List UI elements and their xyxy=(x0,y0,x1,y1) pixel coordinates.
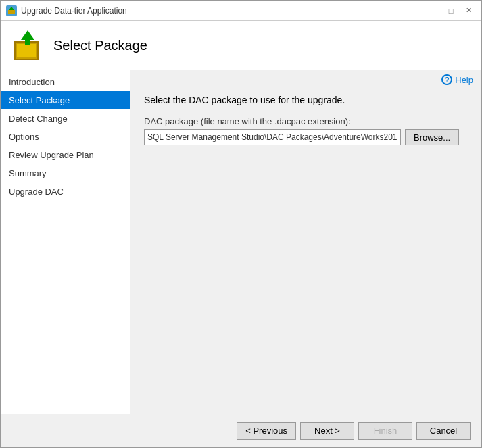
svg-rect-0 xyxy=(8,10,15,14)
sidebar-item-detect-change[interactable]: Detect Change xyxy=(1,109,130,128)
title-bar: Upgrade Data-tier Application − □ ✕ xyxy=(1,1,481,21)
dac-package-label: DAC package (file name with the .dacpac … xyxy=(144,116,468,126)
close-button[interactable]: ✕ xyxy=(461,5,476,17)
sidebar-item-introduction[interactable]: Introduction xyxy=(1,73,130,91)
body-area: Introduction Select Package Detect Chang… xyxy=(1,70,481,414)
dac-package-field-group: DAC package (file name with the .dacpac … xyxy=(144,116,468,145)
finish-button[interactable]: Finish xyxy=(358,422,412,440)
window-title: Upgrade Data-tier Application xyxy=(21,6,422,16)
dac-package-input[interactable] xyxy=(144,129,401,145)
header: Select Package xyxy=(1,21,481,70)
cancel-button[interactable]: Cancel xyxy=(416,422,471,440)
help-link[interactable]: ? Help xyxy=(441,74,473,85)
header-title: Select Package xyxy=(53,38,147,53)
dac-package-input-row: Browse... xyxy=(144,129,468,145)
main-window: Upgrade Data-tier Application − □ ✕ Sele… xyxy=(0,0,482,448)
footer: < Previous Next > Finish Cancel xyxy=(1,414,481,447)
content-title: Select the DAC package to use for the up… xyxy=(144,95,468,105)
sidebar-item-review-upgrade-plan[interactable]: Review Upgrade Plan xyxy=(1,146,130,164)
next-button[interactable]: Next > xyxy=(300,422,354,440)
previous-button[interactable]: < Previous xyxy=(237,422,296,440)
sidebar-item-summary[interactable]: Summary xyxy=(1,164,130,182)
sidebar-item-upgrade-dac[interactable]: Upgrade DAC xyxy=(1,182,130,201)
browse-button[interactable]: Browse... xyxy=(405,129,459,145)
maximize-button[interactable]: □ xyxy=(443,5,458,17)
content-header: ? Help xyxy=(130,70,481,89)
sidebar-item-select-package[interactable]: Select Package xyxy=(1,91,130,109)
content-area: ? Help Select the DAC package to use for… xyxy=(130,70,481,414)
minimize-button[interactable]: − xyxy=(426,5,441,17)
help-icon: ? xyxy=(441,74,452,85)
content-body: Select the DAC package to use for the up… xyxy=(130,89,481,414)
sidebar: Introduction Select Package Detect Chang… xyxy=(1,70,130,414)
help-label: Help xyxy=(455,75,473,85)
window-controls: − □ ✕ xyxy=(426,5,476,17)
svg-marker-1 xyxy=(9,7,14,10)
sidebar-item-options[interactable]: Options xyxy=(1,128,130,146)
header-icon xyxy=(11,29,44,61)
app-icon xyxy=(6,5,17,16)
